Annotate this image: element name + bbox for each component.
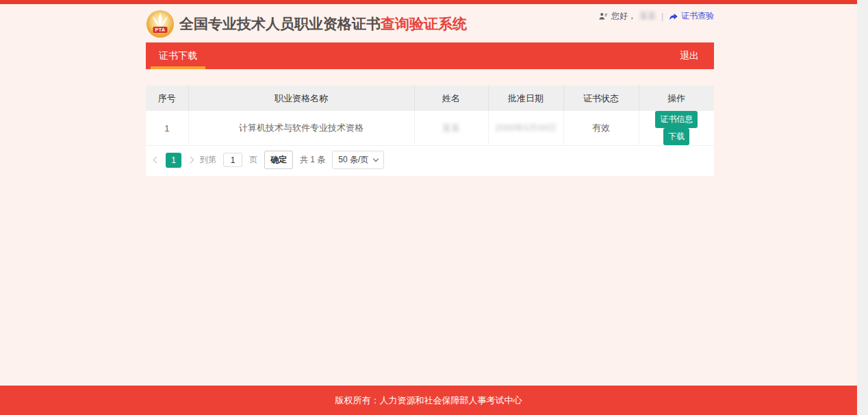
table-row: 1 计算机技术与软件专业技术资格 某某 2000年0月00日 有效 证书信息 下… xyxy=(146,111,714,146)
approval-date-redacted: 2000年0月00日 xyxy=(495,123,557,133)
table-header-row: 序号 职业资格名称 姓名 批准日期 证书状态 操作 xyxy=(146,86,714,111)
main-nav: 证书下载 退出 xyxy=(146,42,714,69)
col-header-actions: 操作 xyxy=(639,86,714,111)
total-count-label: 共 1 条 xyxy=(300,154,325,166)
prev-page-icon[interactable] xyxy=(153,157,160,164)
forward-arrow-icon xyxy=(669,12,678,21)
site-header: PTA 全国专业技术人员职业资格证书查询验证系统 您好， 某某 | xyxy=(146,4,714,42)
page-content: PTA 全国专业技术人员职业资格证书查询验证系统 您好， 某某 | xyxy=(146,4,714,176)
col-header-index: 序号 xyxy=(146,86,188,111)
pagination-bar: 1 到第 页 确定 共 1 条 50 条/页 xyxy=(146,146,714,176)
active-tab-indicator xyxy=(151,66,205,69)
scrollbar-track[interactable] xyxy=(857,0,868,415)
certificate-verify-link[interactable]: 证书查验 xyxy=(669,10,714,22)
page-unit-label: 页 xyxy=(249,154,257,166)
goto-label: 到第 xyxy=(200,154,216,166)
header-separator: | xyxy=(661,12,663,21)
cell-name: 某某 xyxy=(414,111,488,146)
logout-label: 退出 xyxy=(680,50,699,62)
chevron-down-icon xyxy=(373,156,379,162)
tab-label: 证书下载 xyxy=(159,50,197,62)
site-footer: 版权所有：人力资源和社会保障部人事考试中心 xyxy=(0,386,857,415)
tab-certificate-download[interactable]: 证书下载 xyxy=(149,42,207,69)
certificate-table: 序号 职业资格名称 姓名 批准日期 证书状态 操作 1 计算机技术与软件专业技术… xyxy=(146,86,714,146)
user-icon xyxy=(598,12,608,21)
copyright-text: 版权所有：人力资源和社会保障部人事考试中心 xyxy=(335,394,522,407)
col-header-qualification: 职业资格名称 xyxy=(188,86,414,111)
user-name-redacted: 某某 xyxy=(639,10,656,22)
next-page-icon[interactable] xyxy=(188,157,194,164)
cell-index: 1 xyxy=(146,111,188,146)
certificate-table-card: 序号 职业资格名称 姓名 批准日期 证书状态 操作 1 计算机技术与软件专业技术… xyxy=(146,86,714,176)
logout-button[interactable]: 退出 xyxy=(665,42,714,69)
col-header-status: 证书状态 xyxy=(563,86,639,111)
cell-approval-date: 2000年0月00日 xyxy=(488,111,563,146)
page-title: 全国专业技术人员职业资格证书查询验证系统 xyxy=(179,14,467,34)
user-area: 您好， 某某 | 证书查验 xyxy=(598,10,714,22)
col-header-approval-date: 批准日期 xyxy=(488,86,563,111)
name-redacted: 某某 xyxy=(442,123,460,133)
col-header-name: 姓名 xyxy=(414,86,488,111)
brand: PTA 全国专业技术人员职业资格证书查询验证系统 xyxy=(146,10,467,38)
cell-actions: 证书信息 下载 xyxy=(639,111,714,146)
page-size-value: 50 条/页 xyxy=(338,154,368,166)
user-greeting: 您好， xyxy=(611,10,636,22)
cell-status: 有效 xyxy=(563,111,639,146)
verify-link-label: 证书查验 xyxy=(681,10,714,22)
cell-qualification: 计算机技术与软件专业技术资格 xyxy=(188,111,414,146)
pta-logo-icon: PTA xyxy=(146,10,175,38)
title-main: 全国专业技术人员职业资格证书 xyxy=(179,16,381,32)
pta-badge-label: PTA xyxy=(153,27,168,33)
confirm-button[interactable]: 确定 xyxy=(264,151,293,169)
download-button[interactable]: 下载 xyxy=(663,128,689,145)
title-accent: 查询验证系统 xyxy=(381,16,467,32)
page-size-select[interactable]: 50 条/页 xyxy=(332,151,384,169)
current-page-button[interactable]: 1 xyxy=(166,153,181,168)
certificate-info-button[interactable]: 证书信息 xyxy=(655,111,698,128)
goto-page-input[interactable] xyxy=(223,153,242,167)
